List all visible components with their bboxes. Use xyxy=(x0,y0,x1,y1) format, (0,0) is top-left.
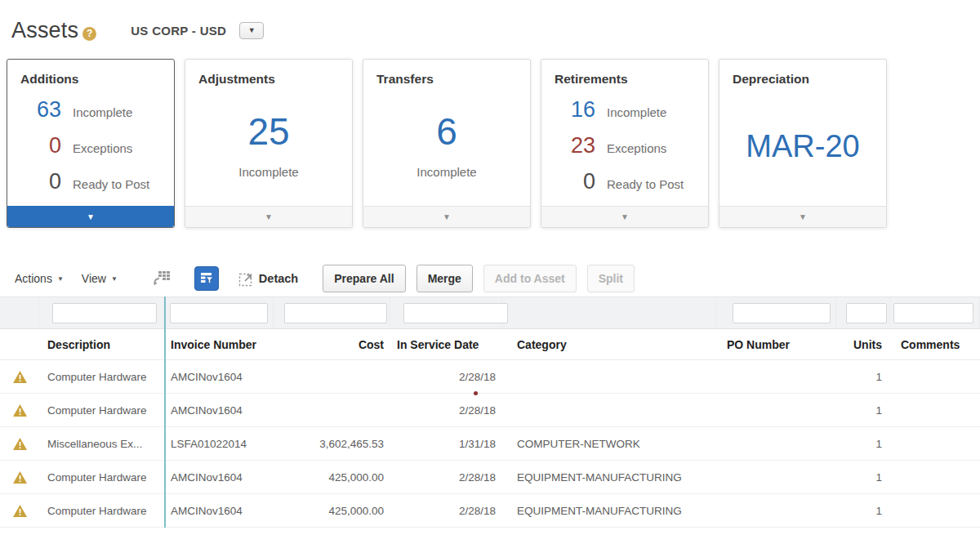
stat-value: 6 xyxy=(363,109,530,154)
row-status xyxy=(0,371,39,383)
actions-menu[interactable]: Actions ▼ xyxy=(15,272,64,285)
stat-label: Incomplete xyxy=(607,105,666,119)
chevron-down-icon: ▼ xyxy=(57,275,64,283)
stat-value: 63 xyxy=(17,97,61,123)
cell-in-service-date: 2/28/18 xyxy=(390,471,502,484)
stat-ready-to-post: 0 Ready to Post xyxy=(17,169,174,194)
stat-label: Ready to Post xyxy=(73,177,149,191)
infotile-depreciation[interactable]: Depreciation MAR-20 ▼ xyxy=(719,59,887,228)
warning-icon xyxy=(13,371,27,383)
table-toolbar: Actions ▼ View ▼ Detach xyxy=(0,261,980,296)
cell-invoice-number: LSFA01022014 xyxy=(164,438,274,450)
infotile-expander[interactable]: ▼ xyxy=(185,206,352,227)
stat-value: 0 xyxy=(551,169,595,194)
view-menu-label: View xyxy=(82,272,106,285)
prepare-all-button[interactable]: Prepare All xyxy=(323,265,405,292)
infotile-expander[interactable]: ▼ xyxy=(541,206,708,227)
infotile-additions[interactable]: Additions 63 Incomplete 0 Exceptions 0 R… xyxy=(7,59,175,228)
frozen-column-divider[interactable] xyxy=(164,296,166,528)
infotile-expander[interactable]: ▼ xyxy=(363,206,530,227)
chevron-down-icon: ▼ xyxy=(87,212,95,221)
table-header-row: Description Invoice Number Cost In Servi… xyxy=(0,329,980,360)
column-header-units[interactable]: Units xyxy=(836,338,890,351)
assets-table: Description Invoice Number Cost In Servi… xyxy=(0,296,980,528)
stat-label: Exceptions xyxy=(73,141,132,155)
column-header-description[interactable]: Description xyxy=(39,338,164,351)
stat-value: 0 xyxy=(17,169,61,194)
warning-icon xyxy=(13,438,27,450)
row-status xyxy=(0,404,39,417)
stat-label: Ready to Post xyxy=(607,177,684,191)
cell-category: EQUIPMENT-MANUFACTURING xyxy=(502,471,716,484)
stat-value: 25 xyxy=(185,109,352,154)
warning-icon xyxy=(13,404,27,417)
infotile-expander[interactable]: ▼ xyxy=(719,206,886,227)
freeze-columns-button[interactable] xyxy=(150,267,173,290)
filter-input-po-number[interactable] xyxy=(733,303,831,323)
cell-cost: 3,602,465.53 xyxy=(274,438,390,450)
query-by-example-button[interactable] xyxy=(194,266,219,291)
help-icon[interactable]: ? xyxy=(82,27,96,41)
filter-input-units[interactable] xyxy=(846,303,887,323)
stat-incomplete: 16 Incomplete xyxy=(551,97,708,123)
filter-input-description[interactable] xyxy=(52,303,157,323)
stat-incomplete: 63 Incomplete xyxy=(17,97,174,123)
filter-input-invoice-number[interactable] xyxy=(170,303,268,323)
infotile-adjustments[interactable]: Adjustments 25 Incomplete ▼ xyxy=(185,59,353,228)
warning-icon xyxy=(13,505,27,517)
table-row[interactable]: Computer Hardware AMCINov1604 425,000.00… xyxy=(0,494,980,528)
filter-cell-status xyxy=(0,297,39,328)
query-by-example-icon xyxy=(199,271,214,286)
filter-input-cost[interactable] xyxy=(284,303,387,323)
cell-description: Miscellaneous Ex... xyxy=(39,438,164,450)
chevron-down-icon: ▼ xyxy=(248,26,256,34)
stat-label: Incomplete xyxy=(73,105,132,119)
cell-description: Computer Hardware xyxy=(39,505,164,517)
infotile-transfers[interactable]: Transfers 6 Incomplete ▼ xyxy=(363,59,531,228)
table-row[interactable]: Computer Hardware AMCINov1604 2/28/18 1 xyxy=(0,394,980,427)
detach-label: Detach xyxy=(259,272,298,285)
column-header-cost[interactable]: Cost xyxy=(274,338,390,351)
infotile-title: Retirements xyxy=(541,60,708,87)
stat-label: Incomplete xyxy=(363,165,530,179)
split-button: Split xyxy=(587,265,635,292)
stat-label: Exceptions xyxy=(607,141,666,155)
filter-input-in-service-date[interactable] xyxy=(403,303,508,323)
row-status xyxy=(0,471,39,484)
column-header-po-number[interactable]: PO Number xyxy=(716,338,836,351)
cell-in-service-date: 2/28/18 xyxy=(390,404,502,417)
chevron-down-icon: ▼ xyxy=(111,275,118,283)
warning-icon xyxy=(13,471,27,484)
column-header-in-service-date[interactable]: In Service Date xyxy=(390,338,502,351)
filter-row xyxy=(0,296,980,329)
detach-button[interactable]: Detach xyxy=(238,271,298,287)
infotile-title: Additions xyxy=(7,60,174,87)
book-selector-dropdown[interactable]: ▼ xyxy=(239,22,264,39)
infotile-title: Adjustments xyxy=(185,60,352,87)
infotile-expander[interactable]: ▼ xyxy=(7,206,174,227)
stat-exceptions: 0 Exceptions xyxy=(17,133,174,158)
table-row[interactable]: Miscellaneous Ex... LSFA01022014 3,602,4… xyxy=(0,427,980,461)
merge-button[interactable]: Merge xyxy=(416,265,473,292)
table-row[interactable]: Computer Hardware AMCINov1604 2/28/18 1 xyxy=(0,360,980,394)
chevron-down-icon: ▼ xyxy=(799,212,807,221)
infotile-retirements[interactable]: Retirements 16 Incomplete 23 Exceptions … xyxy=(541,59,709,228)
row-status xyxy=(0,438,39,450)
cell-units: 1 xyxy=(836,371,890,383)
cell-invoice-number: AMCINov1604 xyxy=(164,371,274,383)
view-menu[interactable]: View ▼ xyxy=(82,272,118,285)
table-row[interactable]: Computer Hardware AMCINov1604 425,000.00… xyxy=(0,461,980,494)
cell-units: 1 xyxy=(836,438,890,450)
column-header-invoice-number[interactable]: Invoice Number xyxy=(164,338,274,351)
freeze-icon xyxy=(153,270,171,287)
filter-input-comments[interactable] xyxy=(893,303,973,323)
book-selector-label: US CORP - USD xyxy=(131,24,226,38)
detach-icon xyxy=(238,271,254,287)
cursor-dot xyxy=(474,391,478,395)
cell-cost: 425,000.00 xyxy=(274,471,390,484)
column-header-category[interactable]: Category xyxy=(502,338,716,351)
cell-in-service-date: 2/28/18 xyxy=(390,505,502,517)
column-header-comments[interactable]: Comments xyxy=(890,338,980,351)
page-title: Assets xyxy=(11,18,78,43)
cell-description: Computer Hardware xyxy=(39,371,164,383)
